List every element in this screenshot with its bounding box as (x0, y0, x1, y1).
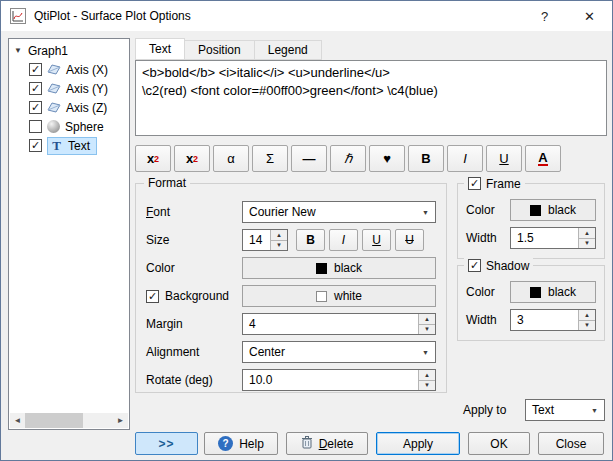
underline-button[interactable]: U (486, 145, 522, 172)
size-spinner[interactable]: 14 ▲▼ (242, 229, 288, 251)
check-icon: ✓ (31, 140, 40, 151)
close-button[interactable]: Close (538, 432, 604, 455)
axis-z-checkbox[interactable]: ✓ (29, 101, 42, 114)
font-color-button[interactable]: A (525, 145, 561, 172)
tree-item-axis-z[interactable]: ✓ Axis (Z) (9, 98, 129, 117)
apply-to-combobox[interactable]: Text ▼ (525, 399, 605, 421)
sphere-icon (47, 120, 60, 133)
rotate-spinner-value: 10.0 (243, 370, 418, 390)
axis-x-checkbox[interactable]: ✓ (29, 63, 42, 76)
app-icon (10, 8, 26, 24)
size-row: Size 14 ▲▼ B I U U (146, 229, 436, 251)
shadow-color-button[interactable]: black (510, 281, 596, 303)
window-close-button[interactable]: ✕ (567, 1, 612, 31)
bold-button[interactable]: B (408, 145, 444, 172)
scrollbar-thumb[interactable] (25, 413, 83, 428)
tab-text[interactable]: Text (135, 38, 185, 60)
axis-plane-icon (47, 82, 61, 95)
check-icon: ✓ (31, 64, 40, 75)
text-checkbox[interactable]: ✓ (29, 139, 42, 152)
white-swatch (316, 291, 327, 302)
spin-up-icon[interactable]: ▲ (579, 228, 595, 239)
axis-y-checkbox[interactable]: ✓ (29, 82, 42, 95)
chevron-down-icon: ▼ (585, 407, 604, 414)
italic-button[interactable]: I (447, 145, 483, 172)
font-combobox[interactable]: Courier New ▼ (242, 201, 436, 223)
lower-greek-button[interactable]: α (213, 145, 249, 172)
tree-item-sphere[interactable]: Sphere (9, 117, 129, 136)
tab-legend[interactable]: Legend (254, 40, 322, 60)
frame-color-value: black (548, 203, 576, 217)
margin-spinner[interactable]: 4 ▲▼ (242, 313, 436, 335)
axis-plane-icon (47, 101, 61, 114)
tree-item-text[interactable]: ✓ T Text (9, 136, 129, 155)
tree-root-row[interactable]: ▼ Graph1 (9, 41, 129, 60)
help-button-label: Help (239, 437, 264, 451)
text-color-button[interactable]: black (242, 257, 436, 279)
shadow-color-row: Color black (466, 281, 596, 303)
style-italic-button[interactable]: I (329, 229, 358, 251)
shadow-width-spinner[interactable]: 3 ▲▼ (510, 309, 596, 331)
expand-panel-button[interactable]: >> (135, 432, 198, 455)
shadow-checkbox[interactable]: ✓ (468, 259, 481, 272)
apply-button[interactable]: Apply (376, 432, 460, 455)
check-icon: ✓ (31, 83, 40, 94)
tree-item-label: Axis (X) (66, 63, 108, 77)
spin-up-icon[interactable]: ▲ (419, 314, 435, 325)
frame-checkbox[interactable]: ✓ (468, 177, 481, 190)
shadow-width-row: Width 3 ▲▼ (466, 309, 596, 331)
sphere-checkbox[interactable] (29, 120, 42, 133)
ok-button[interactable]: OK (468, 432, 530, 455)
spin-down-icon[interactable]: ▼ (419, 325, 435, 335)
background-checkbox[interactable]: ✓ (146, 290, 159, 303)
format-toolbar: x2 x2 α Σ — ℏ ♥ B I U A (135, 145, 561, 172)
selected-item-highlight[interactable]: T Text (47, 137, 97, 155)
title-bar[interactable]: QtiPlot - Surface Plot Options ? ✕ (1, 1, 612, 31)
scroll-right-icon[interactable]: ► (113, 413, 128, 428)
shadow-group: ✓ Shadow Color black Width 3 ▲▼ (457, 265, 605, 341)
axis-plane-icon (47, 63, 61, 76)
apply-to-label: Apply to (463, 403, 506, 417)
tree-item-axis-x[interactable]: ✓ Axis (X) (9, 60, 129, 79)
spin-up-icon[interactable]: ▲ (419, 370, 435, 381)
frame-color-button[interactable]: black (510, 199, 596, 221)
scroll-left-icon[interactable]: ◄ (10, 413, 25, 428)
window-help-button[interactable]: ? (522, 1, 567, 31)
tree-horizontal-scrollbar[interactable]: ◄ ► (10, 413, 128, 428)
spin-down-icon[interactable]: ▼ (579, 239, 595, 249)
spin-down-icon[interactable]: ▼ (271, 241, 287, 251)
check-icon: ✓ (31, 102, 40, 113)
tree-item-label: Text (68, 139, 90, 153)
delete-button[interactable]: Delete (286, 432, 368, 455)
spin-down-icon[interactable]: ▼ (579, 321, 595, 331)
background-color-value: white (334, 289, 362, 303)
expander-icon[interactable]: ▼ (14, 46, 23, 55)
spin-down-icon[interactable]: ▼ (419, 381, 435, 391)
superscript-button[interactable]: x2 (174, 145, 210, 172)
special-symbol-button[interactable]: ♥ (369, 145, 405, 172)
alignment-row: Alignment Center ▼ (146, 341, 436, 363)
spin-up-icon[interactable]: ▲ (579, 310, 595, 321)
math-symbol-button[interactable]: — (291, 145, 327, 172)
hbar-symbol-button[interactable]: ℏ (330, 145, 366, 172)
style-bold-button[interactable]: B (296, 229, 325, 251)
window-title: QtiPlot - Surface Plot Options (34, 9, 191, 23)
upper-greek-button[interactable]: Σ (252, 145, 288, 172)
tab-position[interactable]: Position (184, 40, 255, 60)
style-strikeout-button[interactable]: U (395, 229, 424, 251)
background-row: ✓ Background white (146, 285, 436, 307)
tree-item-axis-y[interactable]: ✓ Axis (Y) (9, 79, 129, 98)
rotate-spinner[interactable]: 10.0 ▲▼ (242, 369, 436, 391)
text-color-value: black (334, 261, 362, 275)
color-row: Color black (146, 257, 436, 279)
help-button[interactable]: ? Help (204, 432, 278, 455)
spin-up-icon[interactable]: ▲ (271, 230, 287, 241)
background-color-button[interactable]: white (242, 285, 436, 307)
alignment-combobox[interactable]: Center ▼ (242, 341, 436, 363)
frame-width-spinner[interactable]: 1.5 ▲▼ (510, 227, 596, 249)
text-editor[interactable]: <b>bold</b> <i>italic</i> <u>underline</… (135, 60, 607, 136)
style-underline-button[interactable]: U (362, 229, 391, 251)
tree-item-label: Axis (Z) (66, 101, 107, 115)
black-swatch (316, 263, 327, 274)
subscript-button[interactable]: x2 (135, 145, 171, 172)
